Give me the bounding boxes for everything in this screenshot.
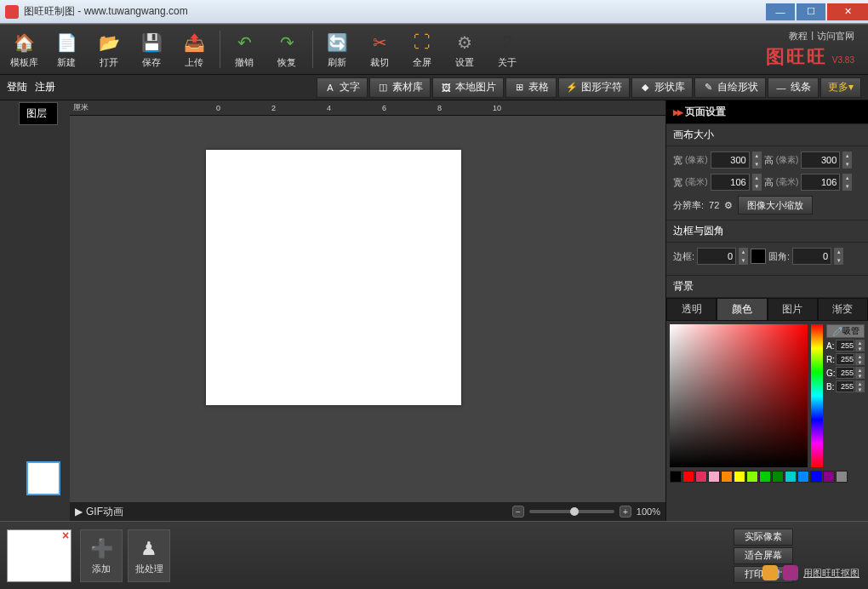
bg-tab-透明[interactable]: 透明: [666, 298, 717, 321]
color-swatch[interactable]: [772, 471, 784, 483]
color-swatch[interactable]: [721, 471, 733, 483]
view-适合屏幕[interactable]: 适合屏幕: [734, 547, 793, 564]
height-px-input[interactable]: [801, 152, 840, 169]
layers-panel: 图层: [17, 100, 70, 521]
toolbar-全屏[interactable]: ⛶全屏: [402, 27, 443, 71]
color-swatch[interactable]: [810, 471, 822, 483]
close-document-icon[interactable]: ×: [60, 529, 71, 541]
toolbar-恢复[interactable]: ↷恢复: [266, 27, 307, 71]
bg-tab-颜色[interactable]: 颜色: [717, 298, 767, 321]
mascot-icon[interactable]: [762, 565, 778, 580]
insert-本地图片[interactable]: 🖼本地图片: [432, 77, 504, 98]
color-swatch[interactable]: [785, 471, 797, 483]
自绘形状-icon: ✎: [702, 82, 714, 94]
login-link[interactable]: 登陆: [7, 81, 27, 93]
toolbar-新建[interactable]: 📄新建: [46, 27, 87, 71]
color-swatch[interactable]: [682, 471, 694, 483]
insert-形状库[interactable]: ◆形状库: [631, 77, 693, 98]
zoom-slider[interactable]: [529, 510, 614, 513]
spinner[interactable]: ▲▼: [752, 152, 762, 169]
layers-tab[interactable]: 图层: [19, 102, 58, 125]
window-title: 图旺旺制图 - www.tuwangwang.com: [24, 4, 188, 19]
view-实际像素[interactable]: 实际像素: [734, 529, 793, 546]
separator: |: [811, 30, 814, 43]
tutorial-link[interactable]: 教程: [789, 30, 808, 43]
toolbar-模板库[interactable]: 🏠模板库: [3, 27, 44, 71]
insert-自绘形状[interactable]: ✎自绘形状: [694, 77, 766, 98]
insert-表格[interactable]: ⊞表格: [505, 77, 557, 98]
spinner[interactable]: ▲▼: [752, 174, 762, 191]
color-hue-strip[interactable]: [811, 324, 823, 467]
insert-线条[interactable]: —线条: [768, 77, 819, 98]
color-swatch[interactable]: [670, 471, 682, 483]
top-ruler: 厘米0246810: [70, 100, 665, 116]
toolbar-关于[interactable]: ?关于: [487, 27, 528, 71]
plus-icon: ➕: [88, 535, 115, 563]
color-swatch[interactable]: [759, 471, 771, 483]
刷新-icon: 🔄: [325, 31, 349, 54]
bg-tab-图片[interactable]: 图片: [768, 298, 818, 321]
properties-panel: 页面设置 画布大小 宽(像素) ▲▼ 高(像素) ▲▼ 宽(毫米) ▲▼ 高(毫…: [665, 100, 868, 521]
red-input[interactable]: [836, 353, 854, 365]
insert-图形字符[interactable]: ⚡图形字符: [558, 77, 630, 98]
bg-tab-渐变[interactable]: 渐变: [818, 298, 868, 321]
batch-button[interactable]: ♟ 批处理: [128, 529, 170, 582]
width-mm-input[interactable]: [711, 174, 750, 191]
文字-icon: A: [324, 82, 336, 94]
color-swatch[interactable]: [797, 471, 809, 483]
batch-icon: ♟: [135, 535, 163, 563]
window-minimize-button[interactable]: —: [766, 3, 795, 20]
canvas[interactable]: [206, 150, 461, 405]
eyedropper-button[interactable]: 🧷吸管: [826, 324, 865, 338]
window-maximize-button[interactable]: ☐: [797, 3, 825, 20]
color-swatch[interactable]: [708, 471, 720, 483]
color-swatch[interactable]: [695, 471, 707, 483]
color-swatch[interactable]: [746, 471, 758, 483]
zoom-out-button[interactable]: −: [512, 506, 524, 518]
layer-thumbnail[interactable]: [26, 461, 60, 495]
panel-title: 页面设置: [666, 100, 868, 123]
official-site-link[interactable]: 访问官网: [817, 30, 854, 43]
document-thumbnail[interactable]: ×: [7, 529, 71, 582]
gif-animation-button[interactable]: ▶ GIF动画: [75, 505, 123, 519]
gear-icon[interactable]: ⚙: [724, 200, 733, 211]
toolbar-裁切[interactable]: ✂裁切: [359, 27, 400, 71]
color-swatch[interactable]: [836, 471, 848, 483]
spinner[interactable]: ▲▼: [842, 152, 852, 169]
height-mm-input[interactable]: [801, 174, 840, 191]
add-button[interactable]: ➕ 添加: [80, 529, 123, 582]
play-icon: ▶: [75, 506, 83, 518]
toolbar-撤销[interactable]: ↶撤销: [224, 27, 265, 71]
toolbar-打开[interactable]: 📂打开: [89, 27, 129, 71]
color-swatch[interactable]: [823, 471, 835, 483]
toolbar-上传[interactable]: 📤上传: [174, 27, 214, 71]
裁切-icon: ✂: [368, 31, 391, 54]
more-button[interactable]: 更多▾: [820, 77, 861, 98]
insert-文字[interactable]: A文字: [317, 77, 368, 98]
zoom-in-button[interactable]: +: [620, 506, 631, 518]
image-scale-button[interactable]: 图像大小缩放: [738, 196, 813, 214]
border-input[interactable]: [697, 248, 736, 265]
register-link[interactable]: 注册: [35, 81, 55, 93]
mascot-icon-2[interactable]: [783, 565, 798, 580]
toolbar-设置[interactable]: ⚙设置: [444, 27, 485, 71]
border-color-swatch[interactable]: [751, 249, 766, 264]
background-header: 背景: [666, 275, 868, 298]
spinner[interactable]: ▲▼: [842, 174, 852, 191]
width-px-input[interactable]: [711, 152, 750, 169]
保存-icon: 💾: [140, 31, 163, 54]
secondary-toolbar: 登陆 注册 A文字◫素材库🖼本地图片⊞表格⚡图形字符◆形状库✎自绘形状—线条更多…: [0, 75, 868, 100]
toolbar-保存[interactable]: 💾保存: [131, 27, 172, 71]
canvas-viewport[interactable]: [70, 116, 665, 502]
alpha-input[interactable]: [836, 340, 854, 352]
blue-input[interactable]: [836, 380, 854, 392]
green-input[interactable]: [836, 367, 854, 379]
color-swatch[interactable]: [734, 471, 745, 483]
insert-素材库[interactable]: ◫素材库: [369, 77, 431, 98]
toolbar-刷新[interactable]: 🔄刷新: [317, 27, 357, 71]
color-saturation-area[interactable]: [670, 324, 808, 467]
形状库-icon: ◆: [639, 82, 651, 94]
corner-input[interactable]: [792, 248, 831, 265]
window-close-button[interactable]: ✕: [827, 3, 868, 20]
cutout-link[interactable]: 用图旺旺抠图: [803, 567, 859, 580]
